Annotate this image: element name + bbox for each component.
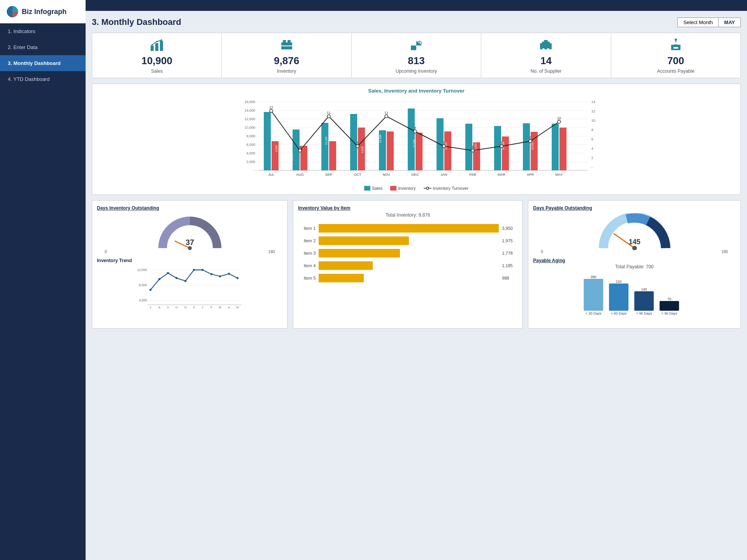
svg-text:5: 5 — [443, 141, 445, 145]
sales-icon — [149, 38, 165, 53]
hbar-row-item5: Item 5 988 — [298, 274, 517, 282]
svg-text:6,767: 6,767 — [260, 151, 263, 158]
main-chart-section: Sales, Inventory and Inventory Turnover … — [92, 84, 741, 195]
svg-text:-: - — [254, 168, 255, 172]
hbar-bar-item4 — [319, 261, 373, 270]
svg-text:6: 6 — [529, 136, 531, 140]
select-month-button[interactable]: Select Month — [677, 18, 718, 27]
svg-point-142 — [158, 278, 161, 280]
logo-area: Biz Infograph — [0, 0, 86, 23]
legend-sales: Sales — [364, 186, 383, 191]
svg-text:37: 37 — [186, 238, 194, 247]
page-title: 3. Monthly Dashboard — [92, 17, 181, 27]
payable-aging-total: Total Payable: 700 — [533, 264, 736, 270]
sidebar-item-ytd-dashboard[interactable]: 4. YTD Dashboard — [0, 71, 86, 87]
logo-icon — [6, 5, 19, 18]
svg-text:OCT: OCT — [354, 173, 362, 177]
svg-text:M: M — [236, 306, 238, 308]
sidebar-item-indicators[interactable]: 1. Indicators — [0, 23, 86, 39]
hbar-val-item5: 988 — [502, 276, 517, 280]
svg-point-145 — [184, 280, 187, 282]
svg-text:12,000: 12,000 — [137, 268, 147, 272]
kpi-sales: 10,900 Sales — [92, 33, 222, 78]
dio-gauge-svg: 37 — [155, 213, 225, 250]
legend-inventory-color — [390, 186, 396, 191]
main-chart-title: Sales, Inventory and Inventory Turnover — [98, 88, 735, 94]
hbar-val-item2: 1,975 — [502, 238, 517, 243]
svg-point-4 — [151, 44, 153, 46]
svg-text:5: 5 — [356, 141, 358, 145]
legend-sales-color — [364, 186, 370, 191]
svg-text:NOV: NOV — [382, 173, 390, 177]
svg-point-113 — [356, 145, 359, 148]
legend-inventory: Inventory — [390, 186, 416, 191]
hbar-row-item2: Item 2 1,975 — [298, 236, 517, 245]
svg-point-146 — [193, 269, 195, 271]
svg-text:70: 70 — [668, 297, 672, 301]
svg-point-132 — [188, 246, 192, 250]
accounts-payable-icon — [668, 38, 684, 53]
hbar-label-item2: Item 2 — [298, 238, 316, 243]
svg-text:6,543: 6,543 — [461, 152, 464, 159]
svg-text:MAR: MAR — [498, 173, 506, 177]
hbar-bar-wrap-item2 — [319, 236, 499, 245]
svg-text:4,000: 4,000 — [246, 151, 255, 155]
svg-text:10: 10 — [591, 119, 595, 122]
supplier-label: No. of Supplier — [531, 68, 561, 74]
sidebar-item-monthly-dashboard[interactable]: 3. Monthly Dashboard — [0, 55, 86, 71]
dpo-min: 0 — [541, 250, 543, 254]
svg-text:SEP: SEP — [325, 173, 332, 177]
svg-rect-62 — [329, 141, 336, 170]
svg-text:4: 4 — [299, 145, 301, 149]
svg-point-141 — [149, 289, 152, 291]
svg-text:16,000: 16,000 — [244, 100, 255, 104]
svg-point-6 — [161, 39, 162, 41]
main-chart-svg: 16,000 14,000 12,000 10,000 8,000 6,000 … — [98, 96, 735, 182]
payable-aging-section: Payable Aging Total Payable: 700 280 < 3… — [533, 258, 736, 324]
main-chart-container: 16,000 14,000 12,000 10,000 8,000 6,000 … — [98, 96, 735, 183]
legend-turnover-label: Inventory Turnover — [433, 186, 469, 191]
svg-point-5 — [156, 41, 158, 42]
svg-point-143 — [167, 272, 169, 275]
svg-point-127 — [558, 120, 561, 123]
dio-gauge-labels: 0 180 — [97, 250, 282, 254]
hbar-label-item5: Item 5 — [298, 276, 316, 280]
svg-text:S: S — [167, 306, 169, 308]
svg-text:8: 8 — [414, 126, 416, 130]
svg-text:APR: APR — [527, 173, 534, 177]
svg-text:D: D — [193, 306, 195, 308]
svg-rect-78 — [444, 131, 451, 170]
svg-rect-17 — [540, 43, 552, 49]
svg-text:2,000: 2,000 — [246, 160, 255, 164]
sidebar-item-enter-data[interactable]: 2. Enter Data — [0, 39, 86, 55]
svg-text:DEC: DEC — [411, 173, 419, 177]
main-content: 3. Monthly Dashboard Select Month MAY 10… — [86, 0, 747, 560]
svg-rect-19 — [544, 40, 548, 42]
svg-rect-7 — [281, 42, 292, 46]
sidebar: Biz Infograph 1. Indicators 2. Enter Dat… — [0, 0, 86, 560]
content-area: 3. Monthly Dashboard Select Month MAY 10… — [86, 11, 747, 560]
svg-text:10,900: 10,900 — [531, 142, 534, 150]
svg-text:2: 2 — [591, 156, 593, 160]
svg-text:F: F — [210, 306, 212, 308]
hbar-bar-wrap-item1 — [319, 224, 499, 233]
svg-text:< 30 Days: < 30 Days — [586, 312, 601, 315]
svg-rect-9 — [283, 40, 286, 42]
kpi-inventory: 9,876 Inventory — [222, 33, 351, 78]
svg-point-111 — [327, 115, 330, 118]
svg-point-123 — [500, 145, 503, 148]
svg-rect-173 — [635, 291, 654, 311]
logo-text: Biz Infograph — [22, 8, 67, 16]
svg-rect-23 — [673, 47, 678, 49]
current-month-value: MAY — [718, 18, 741, 27]
svg-text:6,000: 6,000 — [246, 143, 255, 147]
nav-items: 1. Indicators 2. Enter Data 3. Monthly D… — [0, 23, 86, 87]
hbar-label-item4: Item 4 — [298, 263, 316, 268]
svg-rect-80 — [465, 124, 472, 170]
upcoming-inventory-label: Upcoming Inventory — [396, 68, 437, 74]
hbar-label-item3: Item 3 — [298, 251, 316, 256]
inventory-trend-svg: 12,000 8,000 4,000 — [97, 266, 282, 308]
bottom-row: Days Inventory Outstanding — [92, 200, 741, 329]
legend-sales-label: Sales — [372, 186, 383, 191]
sales-label: Sales — [151, 68, 163, 74]
